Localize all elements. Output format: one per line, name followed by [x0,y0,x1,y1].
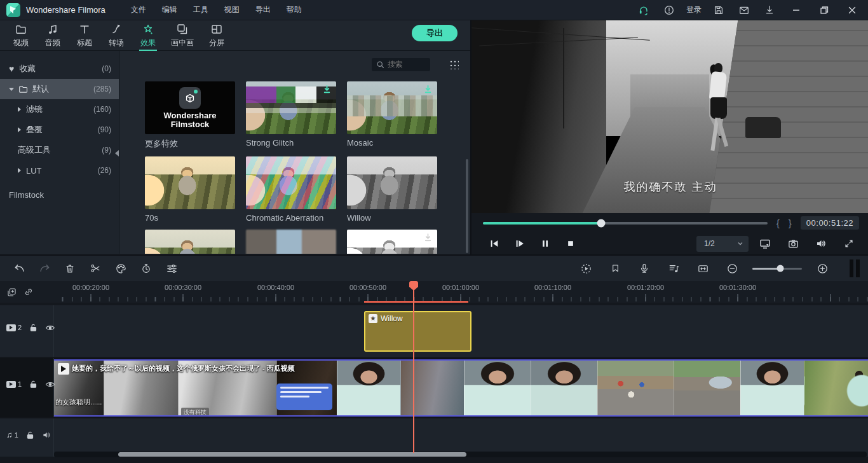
tab-label: 视频 [13,38,29,48]
sidebar-collapse-handle[interactable] [115,145,119,162]
seek-progress [483,222,601,225]
auto-ripple-link-icon[interactable] [24,287,34,297]
undo-icon[interactable] [6,259,32,278]
clip-overlay-caption: 的女孩聪明...... [55,397,102,407]
track2-header: 2 [0,305,54,357]
sidebar-item-lut[interactable]: LUT (26) [0,160,119,181]
effect-card-partial[interactable] [246,230,336,254]
menu-export[interactable]: 导出 [252,2,275,18]
download-effect-icon[interactable] [322,85,332,94]
zoom-in-icon[interactable] [810,259,835,278]
timeline-horizontal-scrollbar[interactable] [54,452,867,457]
speaker-icon[interactable] [42,431,52,439]
download-effect-icon[interactable] [423,85,433,94]
split-scissors-icon[interactable] [83,259,108,278]
playhead-line[interactable] [413,285,414,453]
video-clip[interactable]: 她要的，我给不了～以后的视频，这个俄罗斯女孩不会出现了 - 西瓜视频 的女孩聪明… [54,359,868,417]
color-palette-icon[interactable] [108,259,133,278]
audio-mixer-icon[interactable] [661,259,686,278]
tab-pip[interactable]: 画中画 [164,20,201,51]
close-button[interactable] [841,2,863,18]
effect-card-strong-glitch[interactable]: Strong Glitch [246,81,336,149]
effect-card-filmstock[interactable]: WondershareFilmstock 更多特效 [145,81,235,149]
clip-overlay-watermark: 没有科技 [181,408,209,417]
tab-video[interactable]: 视频 [5,20,37,51]
video-track-1[interactable]: 她要的，我给不了～以后的视频，这个俄罗斯女孩不会出现了 - 西瓜视频 的女孩聪明… [0,358,868,418]
effect-card-willow[interactable]: Willow [347,156,437,223]
timeline-ruler[interactable]: 00:00:20:00 00:00:30:00 00:00:40:00 00:0… [54,281,868,303]
search-field[interactable] [388,60,424,69]
lock-icon[interactable] [26,431,34,439]
willow-effect-clip[interactable]: ★ Willow [364,311,471,352]
effect-card-mosaic[interactable]: Mosaic [347,81,437,149]
tab-titles[interactable]: 标题 [69,20,100,51]
eye-icon[interactable] [45,380,55,389]
effects-scrollbar[interactable] [466,159,468,253]
seek-bar[interactable] [483,222,768,225]
login-button[interactable]: 登录 [685,4,703,15]
voiceover-mic-icon[interactable] [632,259,657,278]
tab-split-screen[interactable]: 分屏 [201,20,233,51]
video-track-2[interactable]: 2 ★ Willow [0,305,868,357]
sidebar-item-filmstock[interactable]: Filmstock [0,184,119,205]
item-count: (26) [98,166,111,175]
tab-effects[interactable]: 效果 [132,20,164,51]
export-button[interactable]: 导出 [412,25,458,41]
menu-help[interactable]: 帮助 [283,2,306,18]
minimize-button[interactable] [785,2,807,18]
tab-label: 转场 [109,38,124,48]
zoom-out-icon[interactable] [719,259,745,278]
adjust-sliders-icon[interactable] [159,259,184,278]
effect-card-partial[interactable] [145,230,235,254]
grid-view-icon[interactable] [449,60,459,69]
manage-tracks-icon[interactable] [6,287,17,298]
effect-card-chromatic-aberration[interactable]: Chromatic Aberration [246,156,336,223]
support-headset-icon[interactable] [634,3,653,18]
clip-thumbnail [597,361,674,415]
item-count: (90) [98,125,111,134]
search-input[interactable] [372,58,430,71]
restore-button[interactable] [813,2,835,18]
tab-transitions[interactable]: 转场 [100,20,132,51]
mail-icon[interactable] [735,3,754,18]
menu-tools[interactable]: 工具 [189,2,212,18]
tab-label: 分屏 [209,38,224,48]
sidebar-item-overlays[interactable]: 叠覆 (90) [0,120,119,140]
menu-file[interactable]: 文件 [127,2,150,18]
zoom-slider-thumb[interactable] [777,265,784,272]
timeline-zoom-slider[interactable] [752,268,802,270]
sidebar-item-label: 收藏 [19,63,36,74]
download-icon[interactable] [760,3,779,18]
scrollbar-thumb[interactable] [118,452,466,457]
sidebar-item-label: 默认 [32,83,49,95]
lock-icon[interactable] [29,380,37,389]
redo-icon[interactable] [32,259,57,278]
caret-right-icon [18,168,21,173]
sidebar-item-favorites[interactable]: ♥ 收藏 (0) [0,59,119,79]
filmstock-thumbnail: WondershareFilmstock [145,81,235,134]
audio-track-1[interactable]: ♫1 [0,418,868,457]
delete-icon[interactable] [57,259,83,278]
sidebar-item-label: 高级工具 [18,144,51,156]
marker-icon[interactable] [602,259,628,278]
sidebar-item-filters[interactable]: 滤镜 (160) [0,99,119,120]
seek-thumb[interactable] [597,219,605,227]
menu-edit[interactable]: 编辑 [158,2,181,18]
effect-card-70s[interactable]: 70s [145,156,235,223]
lock-icon[interactable] [29,323,37,332]
clip-thumbnail [674,361,740,415]
speed-clock-icon[interactable] [133,259,159,278]
sidebar-item-default[interactable]: 默认 (285) [0,79,119,99]
effect-card-partial[interactable] [347,230,437,254]
timeline-toolbar [0,254,868,281]
fit-timeline-icon[interactable] [690,259,715,278]
sidebar-item-advanced-tools[interactable]: 高级工具 (9) [0,140,119,160]
render-preview-icon[interactable] [573,259,599,278]
info-icon[interactable] [660,3,679,18]
preview-panel: 我的确不敢 主动 { } 00:00:51:22 1/2 [470,20,868,254]
eye-icon[interactable] [45,324,55,332]
save-icon[interactable] [709,3,728,18]
download-effect-icon[interactable] [423,233,433,242]
menu-view[interactable]: 视图 [220,2,243,18]
tab-audio[interactable]: 音频 [37,20,69,51]
